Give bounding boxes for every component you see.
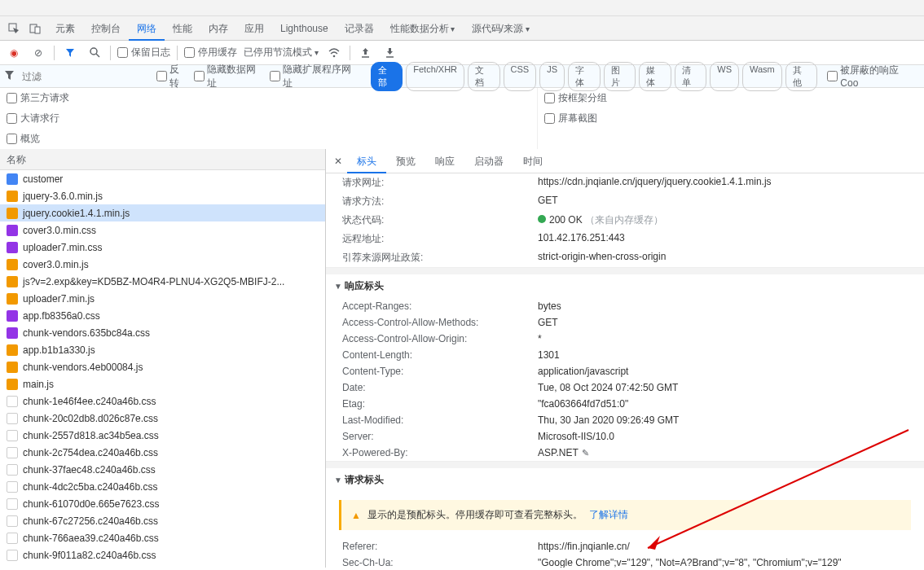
request-row[interactable]: cover3.0.min.css bbox=[0, 221, 325, 239]
request-row[interactable]: chunk-2557d818.ac34b5ea.css bbox=[0, 427, 325, 444]
overview-checkbox[interactable]: 概览 bbox=[0, 129, 537, 149]
column-header-name[interactable]: 名称 bbox=[0, 149, 325, 170]
close-icon[interactable]: ✕ bbox=[329, 152, 347, 170]
inspect-icon[interactable] bbox=[5, 20, 23, 37]
hide-data-urls-checkbox[interactable]: 隐藏数据网址 bbox=[194, 63, 266, 90]
main-tab-6[interactable]: Lighthouse bbox=[272, 16, 337, 41]
request-row[interactable]: jquery-3.6.0.min.js bbox=[0, 187, 325, 204]
blank-file-icon bbox=[7, 498, 18, 510]
header-key: Accept-Ranges: bbox=[342, 300, 538, 312]
header-value: 200 OK （来自内存缓存） bbox=[538, 213, 916, 227]
main-tab-8[interactable]: 性能数据分析 bbox=[382, 16, 464, 41]
main-tab-3[interactable]: 性能 bbox=[165, 16, 200, 41]
screenshot-checkbox[interactable]: 屏幕截图 bbox=[538, 108, 924, 129]
request-row[interactable]: cover3.0.min.js bbox=[0, 256, 325, 273]
doc-file-icon bbox=[7, 173, 18, 185]
request-row[interactable]: app.fb8356a0.css bbox=[0, 307, 325, 324]
request-name: chunk-20c02db8.d026c87e.css bbox=[23, 413, 158, 424]
request-row[interactable]: chunk-61070d0e.665e7623.css bbox=[0, 495, 325, 512]
filter-chip-媒体[interactable]: 媒体 bbox=[639, 62, 671, 91]
request-headers-section[interactable]: 请求标头 bbox=[326, 468, 924, 492]
request-row[interactable]: chunk-vendors.635bc84a.css bbox=[0, 324, 325, 341]
request-row[interactable]: chunk-4dc2c5ba.c240a46b.css bbox=[0, 478, 325, 495]
js-file-icon bbox=[7, 379, 18, 390]
upload-icon[interactable] bbox=[357, 44, 375, 62]
third-party-checkbox[interactable]: 第三方请求 bbox=[0, 88, 537, 108]
request-row[interactable]: uploader7.min.js bbox=[0, 290, 325, 307]
request-row[interactable]: jquery.cookie1.4.1.min.js bbox=[0, 204, 325, 221]
invert-checkbox[interactable]: 反转 bbox=[156, 63, 189, 90]
request-row[interactable]: chunk-vendors.4eb00084.js bbox=[0, 358, 325, 375]
filter-chip-WS[interactable]: WS bbox=[710, 62, 739, 91]
preserve-log-checkbox[interactable]: 保留日志 bbox=[117, 46, 170, 59]
filter-chip-Fetch/XHR[interactable]: Fetch/XHR bbox=[406, 62, 464, 91]
filter-chip-清单[interactable]: 清单 bbox=[675, 62, 707, 91]
request-row[interactable]: chunk-766aea39.c240a46b.css bbox=[0, 529, 325, 546]
large-rows-checkbox[interactable]: 大请求行 bbox=[0, 108, 537, 129]
search-icon[interactable] bbox=[86, 44, 103, 62]
header-key: 引荐来源网址政策: bbox=[342, 251, 538, 265]
filter-chip-CSS[interactable]: CSS bbox=[504, 62, 537, 91]
detail-tabs: ✕ 标头预览响应启动器时间 bbox=[326, 149, 924, 173]
js-file-icon bbox=[7, 191, 18, 202]
header-row: Accept-Ranges:bytes bbox=[326, 298, 924, 314]
response-headers-section[interactable]: 响应标头 bbox=[326, 274, 924, 298]
main-tab-4[interactable]: 内存 bbox=[200, 16, 236, 41]
filter-input[interactable] bbox=[22, 71, 152, 82]
filter-chip-图片[interactable]: 图片 bbox=[604, 62, 636, 91]
filter-chip-文档[interactable]: 文档 bbox=[468, 62, 500, 91]
header-row: Server:Microsoft-IIS/10.0 bbox=[326, 428, 924, 445]
device-icon[interactable] bbox=[26, 20, 44, 37]
filter-bar: 反转 隐藏数据网址 隐藏扩展程序网址 全部Fetch/XHR文档CSSJS字体图… bbox=[0, 65, 924, 88]
main-tab-9[interactable]: 源代码/来源 bbox=[464, 16, 538, 41]
request-row[interactable]: chunk-67c27256.c240a46b.css bbox=[0, 512, 325, 529]
edit-icon[interactable]: ✎ bbox=[582, 448, 589, 458]
download-icon[interactable] bbox=[381, 44, 399, 62]
blocked-responses-checkbox[interactable]: 被屏蔽的响应 Coo bbox=[827, 64, 919, 89]
js-file-icon bbox=[7, 362, 18, 373]
disable-cache-checkbox[interactable]: 停用缓存 bbox=[184, 46, 237, 59]
request-name: app.b1b1a330.js bbox=[23, 344, 95, 356]
request-name: js?v=2.exp&key=KD5BZ-MO4R4-PLNU4-XG2Q5-M… bbox=[23, 276, 284, 287]
request-row[interactable]: customer bbox=[0, 170, 325, 187]
filter-toggle-icon[interactable] bbox=[61, 44, 79, 62]
divider bbox=[350, 46, 350, 60]
filter-chip-全部[interactable]: 全部 bbox=[371, 62, 403, 91]
detail-tab-2[interactable]: 响应 bbox=[425, 149, 464, 173]
detail-tab-1[interactable]: 预览 bbox=[386, 149, 425, 173]
main-tab-5[interactable]: 应用 bbox=[236, 16, 272, 41]
header-value: https://fin.jnqianle.cn/ bbox=[538, 541, 916, 552]
header-row: Content-Length:1301 bbox=[326, 347, 924, 363]
hide-ext-urls-checkbox[interactable]: 隐藏扩展程序网址 bbox=[270, 63, 360, 90]
filter-chip-其他[interactable]: 其他 bbox=[785, 62, 818, 91]
request-row[interactable]: chunk-2c754dea.c240a46b.css bbox=[0, 444, 325, 461]
request-row[interactable]: uploader7.min.css bbox=[0, 239, 325, 256]
detail-tab-3[interactable]: 启动器 bbox=[464, 149, 513, 173]
request-row[interactable]: chunk-9f011a82.c240a46b.css bbox=[0, 546, 325, 563]
detail-tab-0[interactable]: 标头 bbox=[347, 149, 386, 173]
header-value: GET bbox=[538, 195, 916, 208]
filter-chip-Wasm[interactable]: Wasm bbox=[742, 62, 782, 91]
request-row[interactable]: app.b1b1a330.js bbox=[0, 341, 325, 358]
record-icon[interactable]: ◉ bbox=[5, 44, 23, 62]
request-row[interactable]: main.js bbox=[0, 375, 325, 392]
main-tab-7[interactable]: 记录器 bbox=[337, 16, 382, 41]
filter-chip-JS[interactable]: JS bbox=[539, 62, 565, 91]
main-tab-1[interactable]: 控制台 bbox=[83, 16, 129, 41]
throttle-select[interactable]: 已停用节流模式 bbox=[244, 46, 319, 59]
group-by-frame-checkbox[interactable]: 按框架分组 bbox=[538, 88, 924, 108]
main-tab-0[interactable]: 元素 bbox=[47, 16, 83, 41]
main-tab-2[interactable]: 网络 bbox=[129, 16, 165, 41]
request-row[interactable]: js?v=2.exp&key=KD5BZ-MO4R4-PLNU4-XG2Q5-M… bbox=[0, 273, 325, 290]
request-row[interactable]: chunk-37faec48.c240a46b.css bbox=[0, 461, 325, 478]
request-row[interactable]: chunk-1e46f4ee.c240a46b.css bbox=[0, 392, 325, 410]
wifi-icon[interactable] bbox=[325, 44, 343, 62]
clear-icon[interactable]: ⊘ bbox=[29, 44, 47, 62]
learn-more-link[interactable]: 了解详情 bbox=[589, 508, 628, 522]
request-row[interactable]: chunk-20c02db8.d026c87e.css bbox=[0, 410, 325, 427]
header-value: GET bbox=[538, 317, 916, 328]
header-value: 1301 bbox=[538, 349, 916, 361]
detail-tab-4[interactable]: 时间 bbox=[513, 149, 552, 173]
filter-chip-字体[interactable]: 字体 bbox=[568, 62, 601, 91]
header-row: 请求方法:GET bbox=[326, 192, 924, 211]
